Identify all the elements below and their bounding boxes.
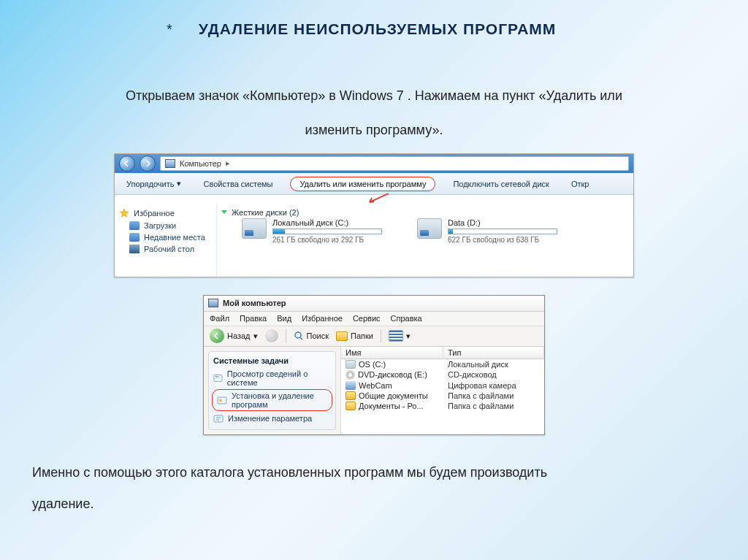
xp-search-button[interactable]: Поиск [294, 331, 329, 341]
col-type[interactable]: Тип [443, 347, 544, 358]
disk-c-fill [273, 229, 285, 234]
disk-d[interactable]: Data (D:) 622 ГБ свободно из 638 ГБ [417, 218, 557, 244]
favorites-label: Избранное [134, 209, 175, 218]
hdd-icon [417, 218, 442, 239]
win7-body: Избранное Загрузки Недавние места Рабочи… [115, 204, 633, 277]
disk-c-info: 261 ГБ свободно из 292 ГБ [272, 236, 382, 244]
xp-task-panel: Системные задачи Просмотр сведений о сис… [204, 347, 341, 434]
xp-column-headers: Имя Тип [341, 347, 544, 359]
row-type: Цифровая камера [448, 381, 540, 390]
win7-titlebar: Компьютер ▸ [115, 154, 633, 173]
row-type: CD-дисковод [448, 370, 540, 379]
task2-line2: программ [232, 400, 268, 409]
task3-label: Изменение параметра [228, 414, 312, 423]
disk-c-capacity-bar [272, 229, 382, 234]
views-icon [389, 330, 403, 342]
sidebar-recent[interactable]: Недавние места [118, 231, 213, 243]
settings-icon [213, 413, 224, 423]
svg-rect-1 [214, 375, 222, 381]
info-icon [213, 373, 223, 383]
list-item[interactable]: Документы - Ро...Папка с файлами [341, 401, 544, 411]
disk-c[interactable]: Локальный диск (C:) 261 ГБ свободно из 2… [242, 218, 382, 244]
win7-toolbar: Упорядочить ▾ Свойства системы Удалить и… [115, 173, 633, 195]
system-properties-button[interactable]: Свойства системы [199, 177, 277, 191]
row-name: OS (C:) [359, 360, 386, 369]
svg-rect-2 [215, 376, 219, 377]
task-system-info[interactable]: Просмотр сведений о системе [213, 368, 331, 388]
list-item[interactable]: Общие документыПапка с файлами [341, 391, 544, 401]
cam-icon [346, 381, 356, 390]
list-item[interactable]: OS (C:)Локальный диск [341, 359, 544, 369]
disk-d-info: 622 ГБ свободно из 638 ГБ [448, 236, 557, 244]
xp-folders-button[interactable]: Папки [336, 331, 373, 341]
title-row: * УДАЛЕНИЕ НЕИСПОЛЬЗУЕМЫХ ПРОГРАММ [167, 20, 716, 38]
xp-rows: OS (C:)Локальный дискDVD-дисковод (E:)CD… [341, 359, 544, 411]
subtitle: Открываем значок «Компьютер» в Windows 7… [32, 79, 716, 147]
menu-tools[interactable]: Сервис [353, 314, 381, 323]
list-item[interactable]: DVD-дисковод (E:)CD-дисковод [341, 369, 544, 380]
winxp-explorer: Мой компьютер Файл Правка Вид Избранное … [203, 295, 545, 435]
breadcrumb-text: Компьютер [180, 159, 221, 168]
task-change-setting[interactable]: Изменение параметра [213, 412, 331, 425]
disk-icon [346, 360, 356, 369]
open-button-truncated[interactable]: Откр [567, 177, 594, 191]
back-label: Назад [227, 331, 251, 340]
row-name: Общие документы [359, 391, 428, 400]
col-name[interactable]: Имя [341, 347, 443, 358]
task2-label: Установка и удаление программ [232, 391, 314, 409]
bullet: * [167, 21, 172, 38]
folder-icon [336, 331, 348, 341]
slide-heading: УДАЛЕНИЕ НЕИСПОЛЬЗУЕМЫХ ПРОГРАММ [199, 20, 557, 38]
conclusion-line2: удаление. [32, 488, 716, 520]
menu-view[interactable]: Вид [277, 314, 291, 323]
folder-icon [346, 391, 356, 400]
downloads-icon [129, 221, 140, 230]
row-name: DVD-дисковод (E:) [358, 370, 427, 379]
recent-icon [129, 233, 140, 242]
menu-edit[interactable]: Правка [240, 314, 267, 323]
list-item[interactable]: WebCamЦифровая камера [341, 380, 544, 391]
address-bar[interactable]: Компьютер ▸ [160, 156, 629, 171]
xp-body: Системные задачи Просмотр сведений о сис… [204, 347, 544, 434]
xp-forward-button[interactable] [265, 329, 278, 342]
row-type: Локальный диск [448, 360, 540, 369]
xp-listview: Имя Тип OS (C:)Локальный дискDVD-дисково… [341, 347, 544, 434]
xp-back-button[interactable]: Назад ▾ [210, 329, 258, 343]
task1-label: Просмотр сведений о системе [227, 369, 331, 387]
star-icon [119, 208, 129, 218]
menu-help[interactable]: Справка [391, 314, 422, 323]
chevron-down-icon: ▾ [253, 331, 258, 341]
conclusion-line1: Именно с помощью этого каталога установл… [32, 457, 716, 488]
nav-forward-button[interactable] [140, 156, 156, 172]
search-label: Поиск [307, 331, 329, 340]
nav-back-button[interactable] [119, 156, 135, 172]
svg-point-4 [219, 399, 222, 402]
task-add-remove-programs[interactable]: Установка и удаление программ [212, 389, 332, 411]
sidebar-downloads[interactable]: Загрузки [118, 220, 213, 231]
sidebar-favorites[interactable]: Избранное [118, 207, 213, 220]
xp-views-button[interactable]: ▾ [389, 330, 411, 342]
sidebar-desktop[interactable]: Рабочий стол [118, 243, 213, 255]
separator [381, 329, 381, 342]
xp-title-text: Мой компьютер [223, 299, 286, 307]
recent-label: Недавние места [144, 233, 205, 242]
disk-c-name: Локальный диск (C:) [272, 218, 382, 227]
downloads-label: Загрузки [144, 221, 176, 230]
row-name: WebCam [359, 381, 392, 390]
xp-menubar: Файл Правка Вид Избранное Сервис Справка [204, 312, 544, 326]
chevron-down-icon: ▾ [406, 331, 411, 341]
callout-arrow-icon [115, 195, 633, 204]
organize-button[interactable]: Упорядочить ▾ [122, 177, 186, 191]
desktop-label: Рабочий стол [144, 245, 194, 253]
menu-file[interactable]: Файл [210, 314, 229, 323]
triangle-down-icon [221, 210, 227, 214]
disk-group-header[interactable]: Жесткие диски (2) [221, 207, 629, 218]
disk-d-fill [449, 229, 453, 234]
conclusion: Именно с помощью этого каталога установл… [32, 457, 716, 520]
task2-line1: Установка и удаление [232, 391, 314, 400]
subtitle-line2: изменить программу». [32, 113, 716, 147]
uninstall-program-button[interactable]: Удалить или изменить программу [290, 177, 435, 191]
map-network-drive-button[interactable]: Подключить сетевой диск [449, 177, 553, 191]
win7-sidebar: Избранное Загрузки Недавние места Рабочи… [115, 204, 217, 277]
menu-favorites[interactable]: Избранное [302, 314, 343, 323]
